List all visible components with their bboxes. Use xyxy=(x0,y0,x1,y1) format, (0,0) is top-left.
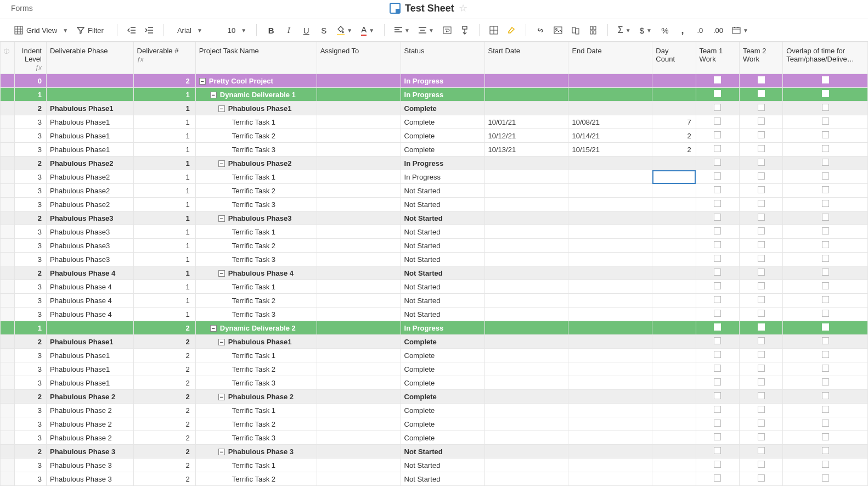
cell-deliv[interactable]: 1 xyxy=(133,184,195,198)
cell-day[interactable] xyxy=(652,376,696,390)
cell-day[interactable] xyxy=(652,459,696,472)
cell-indent[interactable]: 0 xyxy=(15,74,47,88)
checkbox-icon[interactable] xyxy=(714,255,721,262)
checkbox-icon[interactable] xyxy=(822,392,829,399)
col-phase[interactable]: Deliverable Phase xyxy=(46,42,133,74)
cell-sdate[interactable] xyxy=(484,102,568,115)
cell-deliv[interactable]: 1 xyxy=(133,157,195,170)
col-indent[interactable]: IndentLevelƒx xyxy=(15,42,47,74)
cell-assign[interactable] xyxy=(317,115,401,129)
cell-team1[interactable] xyxy=(696,157,739,170)
cell-status[interactable]: Not Started xyxy=(401,308,484,321)
cell-deliv[interactable]: 1 xyxy=(133,102,195,115)
checkbox-icon[interactable] xyxy=(758,104,765,111)
checkbox-icon[interactable] xyxy=(822,378,829,385)
fill-color-button[interactable]: ▼ xyxy=(334,23,356,38)
cell-status[interactable]: Complete xyxy=(401,129,484,143)
cell-team1[interactable] xyxy=(696,170,739,184)
cell-team2[interactable] xyxy=(739,239,782,253)
cell-sdate[interactable] xyxy=(484,184,568,198)
row-handle[interactable] xyxy=(1,184,15,198)
checkbox-icon[interactable] xyxy=(714,269,721,276)
checkbox-icon[interactable] xyxy=(714,296,721,303)
col-day[interactable]: DayCount xyxy=(652,42,696,74)
checkbox-icon[interactable] xyxy=(758,433,765,440)
checkbox-icon[interactable] xyxy=(822,159,829,166)
collapse-icon[interactable]: − xyxy=(218,160,225,167)
cell-assign[interactable] xyxy=(317,349,401,362)
checkbox-icon[interactable] xyxy=(822,420,829,427)
checkbox-icon[interactable] xyxy=(758,392,765,399)
checkbox-icon[interactable] xyxy=(758,90,765,97)
col-status[interactable]: Status xyxy=(401,42,484,74)
cell-deliv[interactable]: 1 xyxy=(133,280,195,294)
align-left-button[interactable]: ▼ xyxy=(391,23,413,38)
cell-edate[interactable] xyxy=(568,102,652,115)
checkbox-icon[interactable] xyxy=(822,241,829,248)
checkbox-icon[interactable] xyxy=(714,241,721,248)
checkbox-icon[interactable] xyxy=(714,433,721,440)
checkbox-icon[interactable] xyxy=(758,420,765,427)
cell-overlap[interactable] xyxy=(783,280,868,294)
cell-team1[interactable] xyxy=(696,472,739,486)
cell-indent[interactable]: 3 xyxy=(15,431,47,445)
cell-edate[interactable] xyxy=(568,321,652,335)
cell-assign[interactable] xyxy=(317,239,401,253)
checkbox-icon[interactable] xyxy=(758,296,765,303)
cell-sdate[interactable] xyxy=(484,349,568,362)
cell-indent[interactable]: 3 xyxy=(15,417,47,431)
cell-sdate[interactable] xyxy=(484,198,568,211)
checkbox-icon[interactable] xyxy=(758,227,765,234)
cell-phase[interactable]: Phabulous Phase1 xyxy=(46,376,133,390)
row-handle[interactable] xyxy=(1,294,15,308)
cell-assign[interactable] xyxy=(317,445,401,459)
cell-indent[interactable]: 3 xyxy=(15,225,47,239)
checkbox-icon[interactable] xyxy=(714,406,721,413)
grid-view-button[interactable]: Grid View▼ xyxy=(11,23,71,38)
cell-team1[interactable] xyxy=(696,266,739,280)
cell-sdate[interactable] xyxy=(484,225,568,239)
cell-deliv[interactable]: 1 xyxy=(133,225,195,239)
cell-deliv[interactable]: 2 xyxy=(133,404,195,417)
cell-status[interactable]: In Progress xyxy=(401,170,484,184)
checkbox-icon[interactable] xyxy=(822,172,829,180)
cell-indent[interactable]: 3 xyxy=(15,349,47,362)
cell-indent[interactable]: 3 xyxy=(15,184,47,198)
cell-team2[interactable] xyxy=(739,143,782,157)
collapse-icon[interactable]: − xyxy=(218,339,225,345)
row-handle[interactable] xyxy=(1,308,15,321)
cell-phase[interactable]: Phabulous Phase 3 xyxy=(46,459,133,472)
cell-deliv[interactable]: 2 xyxy=(133,417,195,431)
cell-edate[interactable] xyxy=(568,362,652,376)
cell-team2[interactable] xyxy=(739,404,782,417)
cell-team2[interactable] xyxy=(739,390,782,404)
checkbox-icon[interactable] xyxy=(822,269,829,276)
cell-sdate[interactable]: 10/13/21 xyxy=(484,143,568,157)
collapse-icon[interactable]: − xyxy=(218,449,225,455)
checkbox-icon[interactable] xyxy=(758,159,765,166)
cell-team2[interactable] xyxy=(739,445,782,459)
cell-day[interactable] xyxy=(652,184,696,198)
cell-team2[interactable] xyxy=(739,211,782,225)
cell-edate[interactable] xyxy=(568,266,652,280)
cell-task[interactable]: Terrific Task 1 xyxy=(195,170,317,184)
cell-deliv[interactable]: 1 xyxy=(133,129,195,143)
cell-edate[interactable]: 10/08/21 xyxy=(568,115,652,129)
collapse-icon[interactable]: − xyxy=(210,325,217,332)
cell-status[interactable]: Complete xyxy=(401,404,484,417)
cell-sdate[interactable] xyxy=(484,376,568,390)
cell-assign[interactable] xyxy=(317,459,401,472)
cell-sdate[interactable] xyxy=(484,417,568,431)
row-handle[interactable] xyxy=(1,362,15,376)
cell-team2[interactable] xyxy=(739,225,782,239)
cell-indent[interactable]: 3 xyxy=(15,459,47,472)
cell-indent[interactable]: 3 xyxy=(15,253,47,266)
collapse-icon[interactable]: − xyxy=(199,78,206,85)
cell-indent[interactable]: 3 xyxy=(15,129,47,143)
cell-status[interactable]: Complete xyxy=(401,376,484,390)
cell-team1[interactable] xyxy=(696,376,739,390)
cell-sdate[interactable] xyxy=(484,404,568,417)
checkbox-icon[interactable] xyxy=(822,365,829,372)
cell-task[interactable]: Terrific Task 1 xyxy=(195,459,317,472)
cell-team2[interactable] xyxy=(739,417,782,431)
